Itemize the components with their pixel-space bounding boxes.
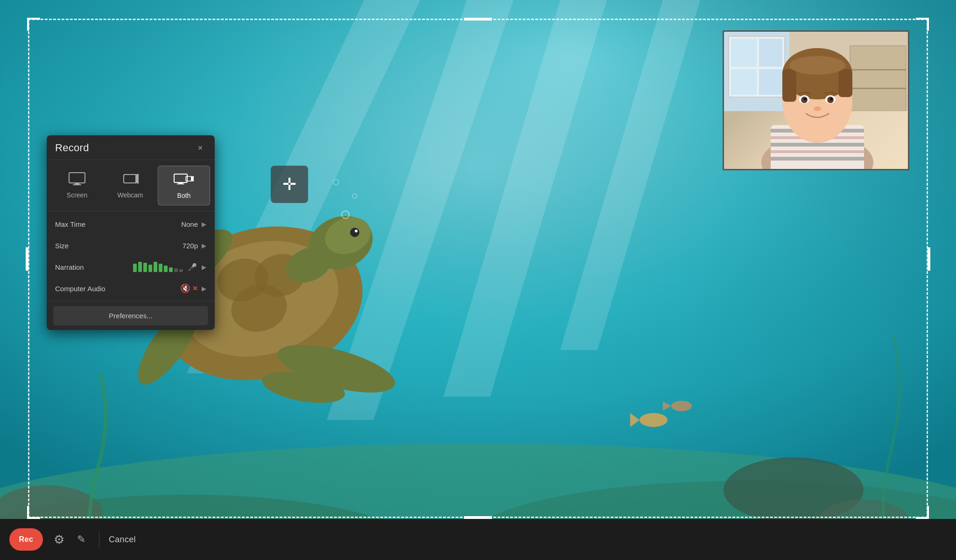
- webcam-preview: [723, 30, 909, 170]
- narration-arrow[interactable]: ▶: [202, 264, 206, 271]
- gear-icon[interactable]: ⚙: [49, 529, 69, 550]
- mute-x-icon: ✕: [192, 285, 198, 292]
- audio-bar-8: [169, 267, 173, 272]
- pen-icon[interactable]: ✎: [71, 529, 91, 550]
- svg-rect-54: [838, 69, 852, 97]
- svg-point-60: [804, 98, 807, 100]
- record-panel: Record × Screen Webcam: [47, 135, 215, 330]
- settings-section: Max Time None ▶ Size 720p ▶ Narration: [47, 211, 215, 301]
- audio-bar-1: [133, 264, 137, 272]
- webcam-mode-icon: [122, 172, 139, 188]
- size-label: Size: [55, 242, 183, 250]
- svg-rect-63: [69, 173, 85, 183]
- both-mode-label: Both: [177, 192, 191, 199]
- svg-rect-47: [771, 143, 864, 147]
- size-row[interactable]: Size 720p ▶: [47, 235, 215, 256]
- svg-point-55: [789, 56, 845, 75]
- rec-label: Rec: [19, 535, 34, 544]
- bottom-toolbar: Rec ⚙ ✎ Cancel: [0, 519, 956, 560]
- svg-point-20: [355, 230, 358, 232]
- max-time-row[interactable]: Max Time None ▶: [47, 213, 215, 235]
- max-time-label: Max Time: [55, 220, 181, 228]
- computer-audio-arrow[interactable]: ▶: [202, 285, 206, 292]
- mode-buttons-container: Screen Webcam Bot: [47, 160, 215, 211]
- svg-rect-70: [177, 183, 184, 184]
- screen-mode-label: Screen: [67, 191, 87, 199]
- both-mode-icon: [174, 173, 194, 188]
- cancel-button[interactable]: Cancel: [103, 531, 141, 548]
- webcam-mode-label: Webcam: [118, 191, 143, 199]
- narration-label: Narration: [55, 263, 133, 271]
- panel-header: Record ×: [47, 135, 215, 160]
- preferences-section: Preferences...: [47, 301, 215, 330]
- move-icon: ✛: [282, 176, 296, 193]
- computer-audio-label: Computer Audio: [55, 285, 180, 293]
- close-button[interactable]: ×: [194, 142, 206, 154]
- audio-bar-9: [174, 268, 178, 272]
- audio-bar-7: [164, 266, 168, 272]
- svg-point-61: [830, 98, 833, 100]
- panel-title: Record: [55, 142, 89, 154]
- rec-button[interactable]: Rec: [9, 528, 43, 551]
- mic-icon[interactable]: 🎤: [188, 263, 197, 272]
- svg-point-28: [671, 401, 692, 411]
- audio-bar-5: [154, 262, 157, 272]
- speaker-muted-icon: 🔇: [180, 283, 190, 294]
- svg-rect-49: [771, 157, 864, 161]
- svg-rect-48: [771, 150, 864, 153]
- svg-point-19: [350, 228, 359, 237]
- preferences-button[interactable]: Preferences...: [53, 306, 208, 325]
- svg-marker-67: [135, 174, 139, 184]
- svg-point-26: [640, 413, 668, 427]
- max-time-value: None: [181, 220, 198, 228]
- audio-bar-10: [179, 269, 183, 272]
- max-time-arrow[interactable]: ▶: [202, 221, 206, 228]
- svg-rect-69: [179, 182, 183, 183]
- move-cursor-overlay[interactable]: ✛: [271, 166, 308, 203]
- mode-screen-button[interactable]: Screen: [51, 166, 103, 205]
- audio-bar-4: [148, 265, 152, 272]
- svg-rect-65: [73, 184, 81, 185]
- screen-mode-icon: [69, 172, 85, 188]
- svg-rect-53: [782, 69, 796, 102]
- svg-point-62: [814, 106, 821, 111]
- narration-row[interactable]: Narration 🎤 ▶: [47, 256, 215, 278]
- mode-webcam-button[interactable]: Webcam: [105, 166, 156, 205]
- mode-both-button[interactable]: Both: [158, 166, 210, 205]
- svg-rect-64: [75, 183, 79, 184]
- audio-level-bars: [133, 262, 183, 272]
- audio-bar-6: [159, 264, 162, 272]
- computer-audio-row[interactable]: Computer Audio 🔇 ✕ ▶: [47, 278, 215, 299]
- svg-rect-66: [124, 175, 137, 183]
- size-arrow[interactable]: ▶: [202, 242, 206, 249]
- toolbar-divider: [99, 531, 99, 548]
- svg-rect-68: [174, 174, 187, 182]
- size-value: 720p: [183, 242, 198, 250]
- svg-marker-72: [191, 176, 194, 182]
- audio-bar-2: [138, 262, 142, 272]
- audio-bar-3: [143, 263, 147, 272]
